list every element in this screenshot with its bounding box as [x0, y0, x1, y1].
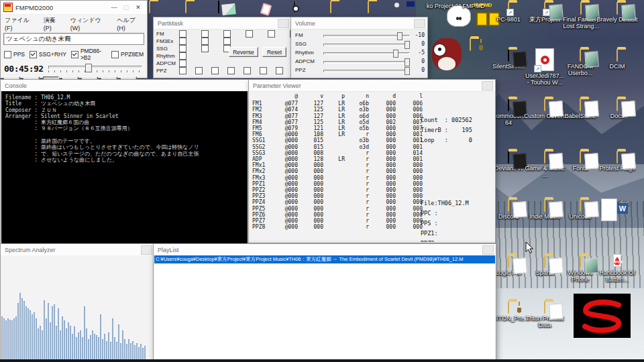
- volume-value: -10: [410, 32, 425, 38]
- desktop-icon-fmpmd[interactable]: FMPMDFMPMD: [456, 1, 491, 9]
- desktop-icon[interactable]: [149, 1, 150, 13]
- partmask-checkbox-adpcm-1[interactable]: [179, 60, 186, 67]
- console-titlebar[interactable]: Console: [1, 80, 248, 92]
- volume-slider-thumb[interactable]: [405, 58, 410, 66]
- partmask-title: PartMask: [158, 20, 183, 27]
- partmask-checkbox-fm3ex-3[interactable]: [223, 38, 231, 45]
- volume-slider-ssg[interactable]: [323, 40, 410, 48]
- seek-ticks: [48, 70, 142, 72]
- partmask-checkbox-ssg-1[interactable]: [179, 45, 186, 52]
- partmask-checkbox-ppz-6[interactable]: [260, 67, 267, 74]
- desktop-icon-pc-9801[interactable]: ↗PC-9801: [488, 3, 529, 23]
- param-stat-loop: Loop : 0: [421, 135, 472, 145]
- spectrum-bar: [23, 301, 25, 360]
- desktop-icon-handbook-of-batteri-[interactable]: APDFHandbook Of Batteri...: [596, 255, 639, 283]
- close-button[interactable]: ✕: [132, 1, 144, 13]
- param-channel-name: SSG3: [250, 150, 272, 156]
- partmask-checkbox-ppz-2[interactable]: [195, 67, 203, 74]
- volume-slider-thumb[interactable]: [405, 67, 410, 75]
- desktop-icon-windows-phone[interactable]: Windows Phone: [559, 256, 601, 283]
- param-header-p: p: [323, 93, 345, 99]
- parameter-viewer-titlebar[interactable]: Parameter Viewer: [249, 80, 495, 92]
- desktop-icon[interactable]: [218, 1, 219, 13]
- desktop-icon-unicode[interactable]: Unicode: [559, 200, 601, 220]
- spectrum-titlebar[interactable]: Spectrum Analyzer: [1, 244, 154, 256]
- partmask-checkbox-fm3ex-2[interactable]: [201, 38, 209, 45]
- spectrum-bar: [48, 303, 49, 360]
- volume-titlebar[interactable]: Volume: [291, 17, 427, 29]
- desktop-icon[interactable]: [330, 1, 331, 13]
- seek-thumb[interactable]: [85, 64, 92, 72]
- partmask-checkbox-fm-2[interactable]: [201, 30, 209, 38]
- param-channel-name: FM2: [250, 107, 272, 113]
- spectrum-bar: [30, 310, 31, 360]
- desktop-icon-babelstone[interactable]: BabelStone: [559, 99, 601, 119]
- partmask-checkbox-ppz-7[interactable]: [276, 67, 283, 74]
- partmask-checkbox-ppz-5[interactable]: [244, 67, 251, 74]
- volume-slider-thumb[interactable]: [397, 32, 402, 40]
- main-window-titlebar[interactable]: FMPMD2000 — ▢ ✕: [1, 1, 147, 15]
- desktop-icon[interactable]: [368, 1, 369, 13]
- volume-slider-ppz[interactable]: [323, 66, 410, 74]
- checkbox-box[interactable]: [71, 51, 78, 58]
- partmask-titlebar[interactable]: PartMask: [154, 17, 291, 29]
- song-title-field[interactable]: ツェペシュの幼き末裔: [3, 33, 144, 45]
- param-value: 007: [396, 125, 423, 131]
- playlist-title-button[interactable]: [482, 245, 494, 255]
- desktop-icon-triton-preload-data[interactable]: Triton Preload Data: [524, 302, 566, 328]
- param-row-fmx3: FMx3@000000r000000: [250, 175, 494, 181]
- menu-item-1[interactable]: 演奏(P): [44, 16, 63, 32]
- checkbox-box[interactable]: [111, 51, 119, 58]
- checkbox-ssg+rhy[interactable]: SSG+RHY: [30, 51, 66, 58]
- reverse-button[interactable]: Reverse: [229, 47, 258, 57]
- menu-item-2[interactable]: ウィンドウ(W): [70, 16, 110, 32]
- volume-title-button[interactable]: [414, 19, 425, 28]
- desktop-icon-dcim[interactable]: DCIM: [596, 50, 639, 70]
- menu-item-0[interactable]: ファイル(F): [5, 16, 36, 32]
- checkbox-ppz8em[interactable]: PPZ8EM: [111, 51, 144, 58]
- playlist-selected-item[interactable]: C:¥Users¥couga¥Desktop¥東方Project¥東方Proje…: [154, 255, 495, 263]
- desktop-icon-bravely-default[interactable]: Bravely Default: [596, 3, 639, 23]
- partmask-title-button[interactable]: [278, 19, 289, 28]
- partmask-checkbox-ppz-4[interactable]: [227, 67, 235, 74]
- desktop-icon-fonts[interactable]: Fonts: [559, 152, 601, 172]
- spectrum-bar: [9, 320, 11, 360]
- partmask-checkbox-ppz-3[interactable]: [211, 67, 219, 74]
- checkbox-box[interactable]: [4, 51, 11, 58]
- checkbox-pps[interactable]: PPS: [4, 51, 25, 58]
- playlist-titlebar[interactable]: PlayList: [154, 244, 496, 256]
- desktop-icon-label: DCIM: [610, 63, 625, 70]
- volume-slider-thumb[interactable]: [393, 50, 398, 58]
- checkbox-box[interactable]: [30, 51, 37, 58]
- desktop-icon-docs[interactable]: Docs: [596, 99, 639, 119]
- menu-item-3[interactable]: ヘルプ(H): [117, 16, 143, 32]
- partmask-checkbox-fm-3[interactable]: [223, 30, 231, 38]
- reset-button[interactable]: Reset: [262, 47, 286, 57]
- parameter-viewer-title-button[interactable]: [482, 81, 493, 90]
- desktop-icon-fandom-userbo-[interactable]: FANDOM Userbo...: [559, 50, 601, 76]
- partmask-checkbox-fm3ex-1[interactable]: [179, 38, 186, 45]
- desktop-icon[interactable]: [293, 1, 296, 13]
- minimize-button[interactable]: —: [108, 1, 120, 13]
- desktop-icon-silentsinn-[interactable]: SilentSinn...: [488, 50, 529, 70]
- desktop-icon-protest-flags[interactable]: Protest Flags: [596, 152, 639, 172]
- seek-slider[interactable]: [48, 63, 144, 74]
- volume-slider-rhythm[interactable]: [323, 49, 410, 57]
- partmask-checkbox-ppz-1[interactable]: [179, 67, 186, 74]
- partmask-checkbox-fm-5[interactable]: [268, 30, 275, 38]
- spectrum-title-button[interactable]: [141, 245, 152, 255]
- partmask-checkbox-fm-4[interactable]: [246, 30, 253, 38]
- partmask-checkbox-rhythm-1[interactable]: [179, 52, 186, 60]
- desktop-icon-ar98-doc[interactable]: War98.doc: [596, 198, 639, 206]
- param-value: r: [345, 199, 369, 205]
- checkbox-pmd86->b2[interactable]: PMD86->B2: [71, 48, 107, 61]
- partmask-checkbox-fm-1[interactable]: [179, 30, 186, 38]
- desktop-icon[interactable]: [470, 39, 471, 51]
- volume-slider-adpcm[interactable]: [323, 58, 410, 66]
- volume-slider-fm[interactable]: [323, 32, 410, 40]
- partmask-checkbox-ssg-2[interactable]: [201, 45, 209, 52]
- desktop-icon[interactable]: [185, 1, 186, 13]
- desktop-icon[interactable]: [574, 294, 631, 338]
- volume-slider-thumb[interactable]: [405, 41, 410, 49]
- spectrum-bar: [66, 328, 67, 360]
